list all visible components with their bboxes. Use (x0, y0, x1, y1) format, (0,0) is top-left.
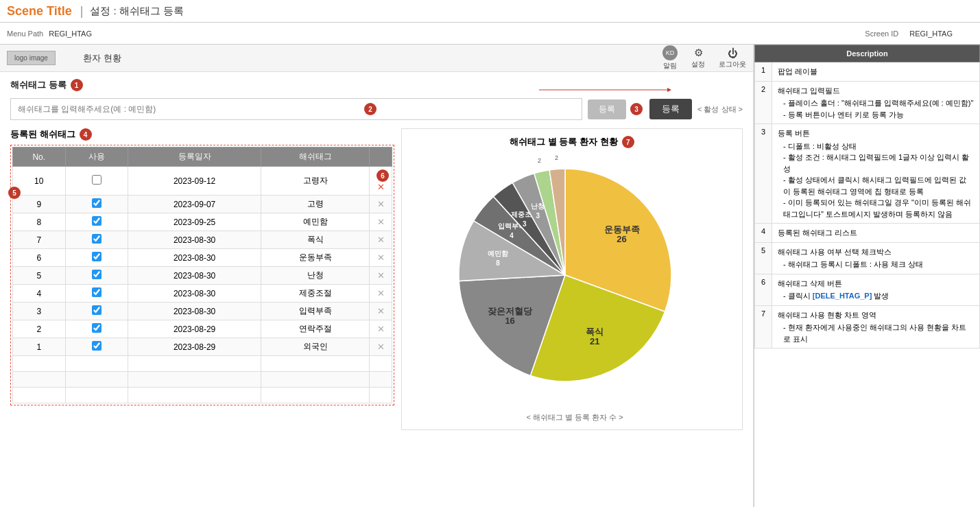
desc-table: Description 1팝업 레이블2해쉬태그 입력필드- 플레이스 홀더 :… (754, 45, 980, 349)
delete-icon[interactable]: ✕ (377, 252, 385, 263)
col-del (370, 148, 392, 167)
delete-icon[interactable]: ✕ (377, 182, 385, 192)
delete-icon[interactable]: ✕ (377, 199, 385, 209)
table-row-empty (13, 356, 392, 372)
cell-check[interactable] (65, 231, 128, 249)
cell-check[interactable] (65, 196, 128, 213)
delete-icon[interactable]: ✕ (377, 306, 385, 316)
cell-check[interactable] (65, 338, 128, 356)
nav-settings[interactable]: ⚙ 설정 (691, 47, 705, 69)
cell-no: 10 (13, 167, 66, 196)
screen-id-label: Screen ID (865, 30, 898, 38)
cell-check[interactable] (65, 303, 128, 320)
delete-icon[interactable]: ✕ (377, 270, 385, 281)
use-checkbox[interactable] (92, 198, 101, 208)
cell-no: 5 (13, 267, 66, 285)
cell-date: 2023-08-30 (128, 303, 261, 320)
use-checkbox[interactable] (92, 252, 101, 261)
desc-row: 6해쉬태그 삭제 버튼- 클릭시 [DELE_HTAG_P] 발생 (755, 274, 980, 305)
alert-label: 알림 (663, 61, 677, 71)
desc-row: 5해쉬태그 사용 여부 선택 체크박스- 해쉬태그 등록시 디폴트 : 사용 체… (755, 242, 980, 274)
register-btn-primary[interactable]: 등록 (649, 99, 692, 119)
col-tag: 해쉬태그 (261, 148, 370, 167)
desc-num: 4 (755, 224, 772, 243)
table-title: 등록된 해쉬태그 (10, 128, 75, 141)
cell-delete[interactable]: ✕ (370, 231, 392, 249)
use-checkbox[interactable] (92, 305, 101, 315)
cell-tag: 외국인 (261, 338, 370, 356)
cell-no: 7 (13, 231, 66, 249)
cell-delete[interactable]: ✕ (370, 303, 392, 320)
cell-date: 2023-08-29 (128, 338, 261, 356)
table-section: 등록된 해쉬태그 4 5 No. 사용 등록일자 해쉬태그 (10, 128, 394, 430)
use-checkbox[interactable] (92, 216, 101, 226)
use-checkbox[interactable] (92, 270, 101, 279)
cell-date: 2023-08-30 (128, 267, 261, 285)
content-area: 해쉬태그 등록 1 2 등록 3 등록 (0, 72, 753, 507)
title-separator: | (80, 4, 84, 19)
badge-2: 2 (364, 103, 377, 115)
nav-alert[interactable]: KD 알림 (662, 45, 678, 71)
desc-row: 2해쉬태그 입력필드- 플레이스 홀더 : "해쉬태그를 입력해주세요(예 : … (755, 81, 980, 124)
cell-delete[interactable]: ✕ (370, 249, 392, 267)
use-checkbox[interactable] (92, 323, 101, 333)
cell-delete[interactable]: ✕ (370, 267, 392, 285)
desc-text: 해쉬태그 입력필드- 플레이스 홀더 : "해쉬태그를 입력해주세요(예 : 예… (772, 81, 980, 124)
nav-logout[interactable]: ⏻ 로그아웃 (719, 47, 746, 69)
alert-icon-circle: KD (662, 45, 678, 60)
cell-check[interactable] (65, 320, 128, 338)
delete-icon[interactable]: ✕ (377, 217, 385, 227)
cell-tag: 폭식 (261, 231, 370, 249)
desc-text: 해쉬태그 삭제 버튼- 클릭시 [DELE_HTAG_P] 발생 (772, 274, 980, 305)
use-checkbox[interactable] (92, 287, 101, 297)
table-row: 62023-08-30운동부족✕ (13, 249, 392, 267)
cell-delete[interactable]: ✕ (370, 213, 392, 231)
desc-num: 1 (755, 62, 772, 82)
use-checkbox[interactable] (92, 175, 101, 185)
menu-path-value: REGI_HTAG (49, 30, 92, 38)
table-row: 52023-08-30난청✕ (13, 267, 392, 285)
delete-icon[interactable]: ✕ (377, 342, 385, 352)
badge-5: 5 (8, 187, 21, 199)
cell-delete[interactable]: ✕ (370, 338, 392, 356)
delete-icon[interactable]: ✕ (377, 324, 385, 334)
badge-3: 3 (630, 103, 643, 115)
hashtag-input[interactable] (10, 98, 582, 120)
use-checkbox[interactable] (92, 341, 101, 351)
delete-icon[interactable]: ✕ (377, 288, 385, 298)
cell-delete[interactable]: ✕ (370, 320, 392, 338)
hashtag-table: No. 사용 등록일자 해쉬태그 102023-09-12고령자6✕92023-… (12, 147, 392, 403)
desc-text: 등록된 해쉬태그 리스트 (772, 224, 980, 243)
logout-label: 로그아웃 (719, 60, 746, 69)
cell-delete[interactable]: 6✕ (370, 167, 392, 196)
col-no: No. (13, 148, 66, 167)
cell-tag: 연락주절 (261, 320, 370, 338)
cell-date: 2023-08-30 (128, 231, 261, 249)
cell-check[interactable] (65, 249, 128, 267)
cell-check[interactable] (65, 213, 128, 231)
cell-check[interactable] (65, 267, 128, 285)
register-btn-inactive[interactable]: 등록 (588, 99, 626, 119)
chart-section: 해쉬태그 별 등록 환자 현황 7 운동부족26폭식21잦은저혈당16예민함8입… (401, 128, 743, 430)
left-panel: logo image 환자 현황 KD 알림 ⚙ 설정 ⏻ 로그아웃 (0, 45, 754, 507)
table-row: 22023-08-29연락주절✕ (13, 320, 392, 338)
cell-check[interactable] (65, 167, 128, 196)
nav-right: KD 알림 ⚙ 설정 ⏻ 로그아웃 (662, 45, 746, 71)
desc-num: 2 (755, 81, 772, 124)
table-row-empty (13, 372, 392, 388)
desc-panel: Description 1팝업 레이블2해쉬태그 입력필드- 플레이스 홀더 :… (754, 45, 980, 507)
cell-check[interactable] (65, 285, 128, 303)
hashtag-section-title: 해쉬태그 등록 (10, 79, 67, 91)
desc-num: 5 (755, 242, 772, 274)
delete-icon[interactable]: ✕ (377, 235, 385, 245)
pie-container: 운동부족26폭식21잦은저혈당16예민함8입력부족4제중조절3난청322 (442, 152, 702, 412)
use-checkbox[interactable] (92, 234, 101, 244)
cell-delete[interactable]: ✕ (370, 196, 392, 213)
title-subtitle: 설정 : 해쉬태그 등록 (90, 5, 184, 18)
nav-patient-status[interactable]: 환자 현황 (69, 52, 135, 64)
table-row: 82023-09-25예민함✕ (13, 213, 392, 231)
cell-no: 6 (13, 249, 66, 267)
settings-label: 설정 (691, 60, 705, 69)
desc-header: Description (755, 45, 980, 62)
cell-delete[interactable]: ✕ (370, 285, 392, 303)
